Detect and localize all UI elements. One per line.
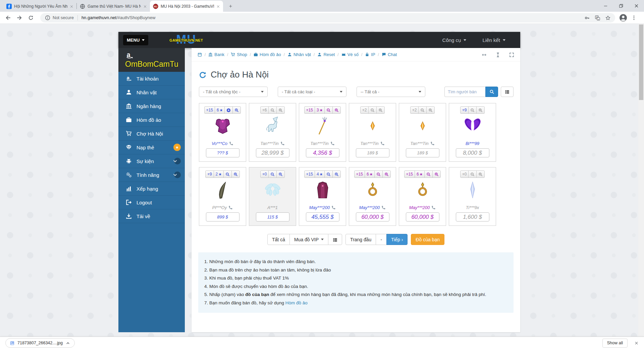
zoom-in-button[interactable] xyxy=(332,106,341,114)
item-image[interactable] xyxy=(413,115,432,137)
item-image[interactable] xyxy=(463,115,482,137)
item-price[interactable]: ??? $ xyxy=(206,148,239,157)
menu-button[interactable]: MENU xyxy=(123,35,148,45)
links-menu[interactable]: Liên kết xyxy=(482,37,505,43)
item-seller[interactable]: May***200 xyxy=(359,205,386,210)
sidebar-item-hòm-đồ-ảo[interactable]: Hòm đồ ảo xyxy=(118,113,185,127)
filter-all-button[interactable]: Tất cả xyxy=(267,234,290,245)
browser-tab[interactable]: MUMU Hà Nội 2003 - GamethuVN.n xyxy=(150,1,223,12)
sidebar-item-tải-về[interactable]: Tải về xyxy=(118,209,185,223)
tools-menu[interactable]: Công cụ xyxy=(442,37,467,43)
list-toggle-button[interactable] xyxy=(501,87,514,97)
item-seller[interactable]: Bi***99 xyxy=(466,141,479,146)
zoom-in-button[interactable] xyxy=(232,106,241,114)
sidebar-item-tài-khoản[interactable]: aTài khoản xyxy=(118,72,185,86)
breadcrumb-link[interactable]: Shop xyxy=(231,52,247,57)
chevron-up-icon[interactable] xyxy=(65,340,70,345)
item-card[interactable]: +154★May***20045,555 $ xyxy=(299,167,346,226)
search-button[interactable] xyxy=(268,170,277,178)
breadcrumb-link[interactable]: Nhân vật xyxy=(287,52,311,57)
zoom-in-button[interactable] xyxy=(432,170,441,178)
item-card[interactable]: +2Tan***Tin189 $ xyxy=(349,103,396,162)
site-logo[interactable]: MU GAMETHUVN.NET xyxy=(165,33,207,47)
tab-close-icon[interactable] xyxy=(143,4,147,9)
breadcrumb-link[interactable]: Hòm đồ ảo xyxy=(254,52,281,57)
your-items-button[interactable]: Đồ của bạn xyxy=(411,234,444,245)
sidebar-item-chợ-hà-nội[interactable]: Chợ Hà Nội xyxy=(118,127,185,141)
zoom-in-button[interactable] xyxy=(426,106,435,114)
key-icon[interactable] xyxy=(585,15,590,20)
browser-tab[interactable]: Hội Những Người Yêu Âm Nhạc xyxy=(3,1,76,12)
item-card[interactable]: +156★May***20060,000 $ xyxy=(349,167,396,226)
zoom-in-button[interactable] xyxy=(476,106,485,114)
zoom-in-button[interactable] xyxy=(231,170,240,178)
item-seller[interactable]: A***1 xyxy=(267,205,278,210)
sidebar-item-xếp-hạng[interactable]: Xếp hạng xyxy=(118,182,185,196)
race-filter-select[interactable]: - Tất cả chủng tộc - xyxy=(199,87,268,97)
sidebar-item-tính-năng[interactable]: Tính năng xyxy=(118,168,185,182)
list-view-button[interactable] xyxy=(328,234,342,245)
search-button[interactable] xyxy=(418,106,427,114)
item-card[interactable]: +153★Tan***Tin4,356 $ xyxy=(299,103,346,162)
plus-circle-button[interactable] xyxy=(224,106,233,114)
item-image[interactable] xyxy=(213,179,232,201)
note-link[interactable]: Hòm đồ ảo xyxy=(285,300,308,305)
item-seller[interactable]: Tan***Tin xyxy=(260,141,284,146)
sidebar-item-ngân-hàng[interactable]: Ngân hàng xyxy=(118,99,185,113)
close-button[interactable] xyxy=(629,0,644,12)
item-price[interactable]: 45,555 $ xyxy=(306,212,339,221)
tab-close-icon[interactable] xyxy=(216,4,220,9)
breadcrumb-link[interactable]: Reset xyxy=(317,52,335,57)
item-image[interactable] xyxy=(363,179,382,201)
item-price[interactable]: 4,356 $ xyxy=(306,148,339,157)
star-icon[interactable] xyxy=(605,15,610,20)
back-button[interactable] xyxy=(3,13,13,22)
browser-tab[interactable]: Game thủ Việt Nam- MU Hà Nội xyxy=(77,1,150,12)
reload-button[interactable] xyxy=(26,13,36,22)
item-image[interactable] xyxy=(263,115,282,137)
translate-icon[interactable]: Aa xyxy=(595,15,600,20)
item-seller[interactable]: Vo***Co xyxy=(212,141,233,146)
restore-button[interactable] xyxy=(613,0,629,12)
item-image[interactable] xyxy=(313,179,332,201)
item-price[interactable]: 1,600 $ xyxy=(456,212,489,221)
address-bar[interactable]: Not secure hn.gamethuvn.net/#auth/ShopBu… xyxy=(40,13,615,22)
zoom-in-button[interactable] xyxy=(276,170,285,178)
breadcrumb-link[interactable]: Bank xyxy=(208,52,224,57)
item-image[interactable] xyxy=(463,179,482,201)
all-filter-select[interactable]: -- Tất cả - xyxy=(357,87,425,97)
minimize-button[interactable] xyxy=(598,0,613,12)
show-all-button[interactable]: Show all xyxy=(602,339,628,348)
item-seller[interactable]: Tan***Tin xyxy=(310,141,334,146)
info-icon[interactable] xyxy=(45,15,50,20)
refresh-icon[interactable] xyxy=(199,71,206,79)
sidebar-item-nạp-thẻ[interactable]: Nạp thẻ★ xyxy=(118,141,185,154)
item-price[interactable]: 8,000 $ xyxy=(456,148,489,157)
item-seller[interactable]: Ti***9x xyxy=(466,205,479,210)
search-button[interactable] xyxy=(368,106,377,114)
search-button[interactable] xyxy=(424,170,433,178)
search-button[interactable] xyxy=(223,170,232,178)
zoom-in-button[interactable] xyxy=(376,106,385,114)
vip-dropdown-button[interactable]: Mua đồ VIP xyxy=(289,234,328,245)
first-page-button[interactable]: Trang đầu xyxy=(345,234,376,245)
browser-menu-icon[interactable] xyxy=(629,13,639,22)
breadcrumb-link[interactable]: Chat xyxy=(382,52,397,57)
item-image[interactable] xyxy=(313,115,332,137)
fullscreen-icon[interactable] xyxy=(509,52,514,57)
item-seller[interactable]: May***200 xyxy=(309,205,336,210)
item-image[interactable] xyxy=(263,179,282,201)
item-seller[interactable]: Pl***Oy xyxy=(212,205,233,210)
download-item[interactable]: 71873807_266342....jpg xyxy=(5,338,75,348)
item-card[interactable]: +9Bi***998,000 $ xyxy=(449,103,496,162)
next-page-button[interactable]: Tiếp › xyxy=(386,234,408,245)
seller-search-input[interactable] xyxy=(444,87,485,97)
search-button[interactable] xyxy=(324,106,333,114)
item-card[interactable]: +2Tan***Tin189 $ xyxy=(399,103,446,162)
forward-button[interactable] xyxy=(15,13,24,22)
item-price[interactable]: 28,999 $ xyxy=(256,148,289,157)
item-card[interactable]: +6Tan***Tin28,999 $ xyxy=(249,103,296,162)
zoom-in-button[interactable] xyxy=(382,170,391,178)
item-price[interactable]: 189 $ xyxy=(356,148,389,157)
horizontal-resize-icon[interactable] xyxy=(482,52,487,57)
